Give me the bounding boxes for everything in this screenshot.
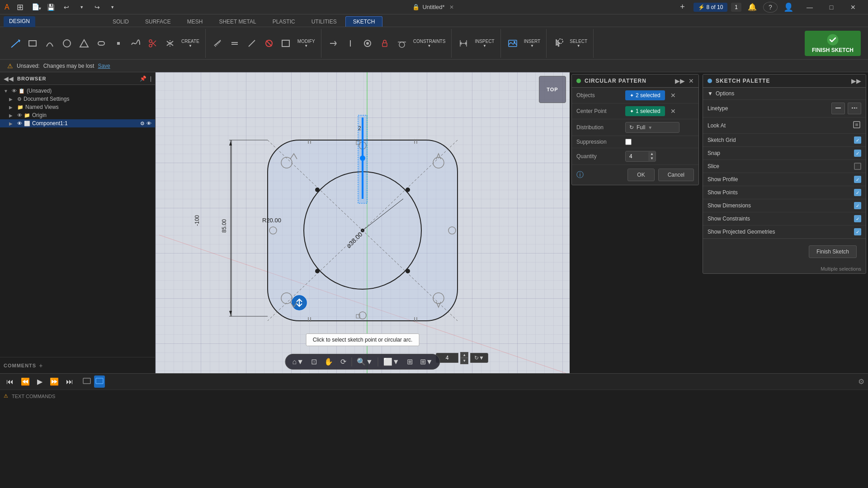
- home-view-btn[interactable]: ⌂▼: [290, 357, 306, 367]
- comments-add-btn[interactable]: +: [39, 362, 42, 369]
- horizontal-constraint[interactable]: [325, 37, 341, 50]
- tab-sheet-metal[interactable]: SHEET METAL: [211, 16, 264, 27]
- tree-item-component1[interactable]: ▶ 👁 ⬜ Component1:1 ⚙ 👁: [0, 119, 155, 127]
- add-tab-button[interactable]: +: [675, 1, 690, 13]
- rectangle-tool[interactable]: [24, 37, 41, 50]
- nav-last-btn[interactable]: ⏭: [63, 376, 76, 388]
- cp-close-btn[interactable]: ✕: [689, 77, 694, 84]
- grid-menu-button[interactable]: ⊞: [13, 1, 28, 14]
- minimize-button[interactable]: —: [799, 0, 820, 14]
- sp-options-header[interactable]: ▼ Options: [703, 88, 866, 100]
- nav-next-btn[interactable]: ⏩: [47, 375, 61, 388]
- canvas-rotate-btn[interactable]: ↻▼: [470, 353, 488, 363]
- sp-show-dimensions-checkbox[interactable]: ✓: [854, 202, 861, 209]
- timeline-icon-1[interactable]: [81, 375, 92, 388]
- tab-sketch[interactable]: SKETCH: [345, 16, 383, 27]
- tab-close-btn[interactable]: ✕: [448, 4, 456, 10]
- cp-cancel-btn[interactable]: Cancel: [658, 169, 694, 181]
- sp-snap-checkbox[interactable]: ✓: [854, 150, 861, 157]
- sidebar-extra-btn[interactable]: |: [150, 75, 151, 82]
- inspect-dropdown[interactable]: INSPECT ▼: [472, 37, 496, 50]
- cp-center-clear-btn[interactable]: ✕: [670, 108, 676, 115]
- sp-slice-checkbox[interactable]: [854, 163, 861, 170]
- insert-image-tool[interactable]: [505, 37, 521, 50]
- tangent-constraint[interactable]: [394, 37, 410, 50]
- cp-center-value[interactable]: ✦ 1 selected: [625, 106, 665, 116]
- lock-constraint[interactable]: [377, 37, 393, 50]
- eye-settings-component1[interactable]: 👁: [146, 121, 151, 126]
- cp-objects-clear-btn[interactable]: ✕: [670, 92, 676, 99]
- fillet-tool[interactable]: [278, 37, 294, 50]
- cp-info-btn[interactable]: ⓘ: [576, 170, 584, 180]
- tab-mesh[interactable]: MESH: [179, 16, 211, 27]
- insert-dropdown[interactable]: INSERT ▼: [522, 37, 543, 50]
- mirror-tool[interactable]: [162, 37, 178, 50]
- tree-item-origin[interactable]: ▶ 👁 📁 Origin: [0, 111, 155, 119]
- diagonal-tool[interactable]: [244, 37, 260, 50]
- sp-finish-sketch-btn[interactable]: Finish Sketch: [809, 245, 857, 258]
- line-tool[interactable]: [7, 37, 24, 50]
- triangle-tool[interactable]: [76, 37, 92, 50]
- save-link[interactable]: Save: [98, 63, 110, 69]
- circle-tool[interactable]: [59, 37, 75, 50]
- arc-tool[interactable]: [42, 37, 58, 50]
- sp-show-points-checkbox[interactable]: ✓: [854, 189, 861, 196]
- dimension-tool[interactable]: [455, 37, 472, 50]
- timeline-icon-2[interactable]: [94, 375, 105, 388]
- cp-suppression-checkbox[interactable]: [625, 139, 632, 145]
- tab-plastic[interactable]: PLASTIC: [265, 16, 303, 27]
- undo-dropdown[interactable]: ▼: [75, 4, 89, 11]
- equal-tool[interactable]: [226, 37, 243, 50]
- offset-tool[interactable]: [209, 37, 226, 50]
- sidebar-collapse-btn[interactable]: ◀◀: [4, 75, 14, 82]
- cp-objects-value[interactable]: ✦ 2 selected: [625, 90, 665, 100]
- redo-button[interactable]: ↪: [90, 2, 104, 12]
- maximize-button[interactable]: □: [821, 0, 842, 14]
- cp-quantity-input[interactable]: [626, 151, 648, 161]
- tree-item-document-settings[interactable]: ▶ ⚙ Document Settings: [0, 95, 155, 103]
- view-options-btn[interactable]: ⊞▼: [418, 356, 435, 367]
- timeline-settings-btn[interactable]: ⚙: [858, 377, 864, 386]
- canvas-qty-down[interactable]: ▼: [460, 358, 468, 364]
- fit-view-btn[interactable]: ⊡: [309, 356, 319, 367]
- zoom-btn[interactable]: 🔍▼: [354, 356, 375, 367]
- finish-sketch-button[interactable]: FINISH SKETCH: [805, 31, 861, 56]
- sp-show-profile-checkbox[interactable]: ✓: [854, 176, 861, 183]
- grid-display-btn[interactable]: ⊞: [405, 356, 415, 367]
- eye-icon-component1[interactable]: 👁: [17, 121, 22, 126]
- save-button[interactable]: 💾: [44, 2, 58, 12]
- sp-show-proj-geom-checkbox[interactable]: ✓: [854, 228, 861, 235]
- create-dropdown[interactable]: CREATE ▼: [179, 37, 202, 50]
- canvas-area[interactable]: ⌀38.00 R20.00 85.00 -100 2: [156, 72, 570, 373]
- pan-btn[interactable]: ✋: [322, 356, 335, 367]
- nav-first-btn[interactable]: ⏮: [4, 376, 16, 388]
- tree-item-named-views[interactable]: ▶ 📁 Named Views: [0, 103, 155, 111]
- break-tool[interactable]: [261, 37, 277, 50]
- sp-sketch-grid-checkbox[interactable]: ✓: [854, 136, 861, 144]
- file-button[interactable]: 📄▼: [28, 2, 43, 13]
- settings-icon-component1[interactable]: ⚙: [140, 121, 145, 127]
- user-button[interactable]: 👤: [781, 1, 796, 14]
- display-mode-btn[interactable]: ⬜▼: [381, 356, 402, 367]
- sp-expand-btn[interactable]: ▶▶: [851, 77, 861, 84]
- select-cursor[interactable]: [550, 37, 566, 50]
- constraints-dropdown[interactable]: CONSTRAINTS ▼: [411, 37, 448, 50]
- close-button[interactable]: ✕: [843, 0, 863, 14]
- version-counter[interactable]: ⚡ 8 of 10: [693, 3, 728, 12]
- cp-distribution-dropdown[interactable]: ↻ Full ▼: [625, 122, 679, 133]
- trim-tool[interactable]: [145, 37, 161, 50]
- select-dropdown[interactable]: SELECT ▼: [567, 37, 590, 50]
- notification-btn[interactable]: 1: [731, 3, 741, 12]
- tree-item-unsaved[interactable]: ▼ 👁 📋 (Unsaved): [0, 87, 155, 95]
- slot-tool[interactable]: [93, 37, 109, 50]
- point-tool[interactable]: [110, 37, 127, 50]
- linetype-dashed-btn[interactable]: [848, 103, 861, 114]
- nav-prev-btn[interactable]: ⏪: [18, 375, 33, 388]
- view-cube[interactable]: TOP: [539, 76, 566, 103]
- vertical-constraint[interactable]: [342, 37, 359, 50]
- nav-play-btn[interactable]: ▶: [34, 375, 45, 388]
- coincident-constraint[interactable]: [359, 37, 376, 50]
- canvas-qty-up[interactable]: ▲: [460, 352, 468, 358]
- linetype-solid-btn[interactable]: [831, 103, 845, 114]
- eye-icon-origin[interactable]: 👁: [17, 113, 22, 118]
